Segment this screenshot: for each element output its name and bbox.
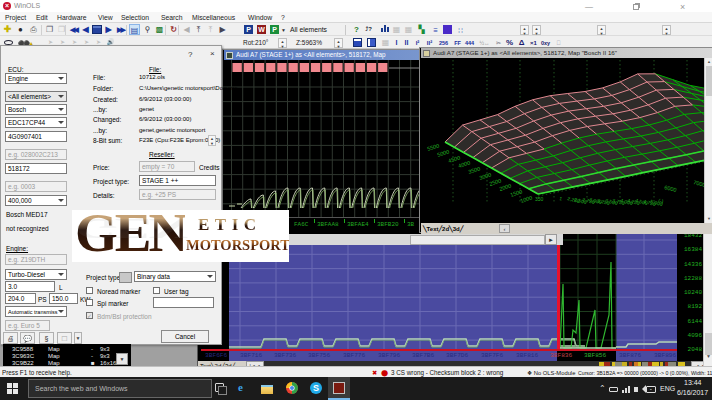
svg-text:350: 350 (535, 196, 544, 202)
